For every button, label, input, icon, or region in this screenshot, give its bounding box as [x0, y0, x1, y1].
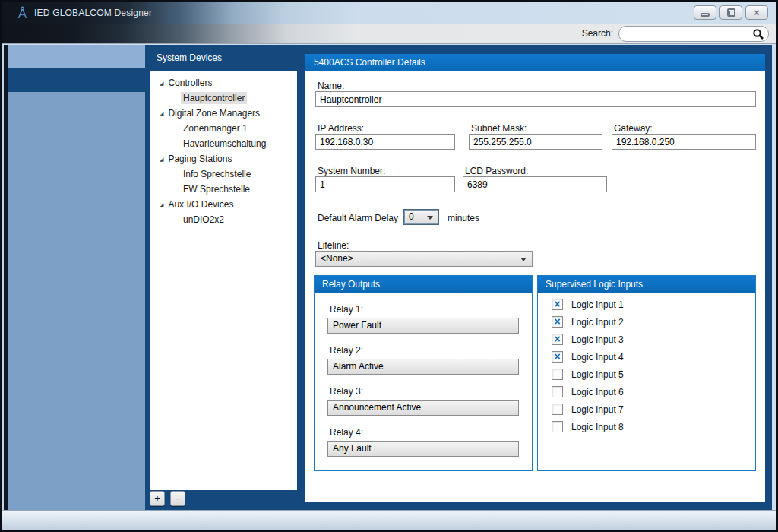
relay-label: Relay 4:: [330, 427, 519, 438]
close-icon: ×: [754, 6, 760, 19]
logic-input-row: × Logic Input 4: [552, 351, 755, 363]
ip-field[interactable]: [315, 134, 455, 150]
window-controls: ×: [694, 5, 768, 20]
logic-input-label[interactable]: Logic Input 8: [571, 422, 624, 432]
logic-input-row: × Logic Input 2: [552, 316, 755, 328]
relay-dropdown[interactable]: Any Fault: [327, 441, 519, 457]
search-box: [618, 26, 769, 42]
logic-input-row: Logic Input 5: [552, 369, 755, 380]
search-input[interactable]: [625, 27, 747, 40]
logic-input-label[interactable]: Logic Input 3: [571, 334, 624, 345]
window-footer: [2, 510, 776, 530]
tree-item-row[interactable]: Info Sprechstelle: [150, 166, 297, 182]
logic-input-checkbox[interactable]: ×: [552, 351, 563, 363]
sidebar-item[interactable]: [8, 186, 145, 210]
lcd-password-field[interactable]: [463, 176, 607, 192]
tree-group-label: Aux I/O Devices: [168, 199, 233, 210]
system-number-label: System Number:: [318, 166, 385, 176]
lifeline-value: <None>: [321, 253, 353, 264]
tree-expander-icon[interactable]: ◢: [160, 198, 163, 213]
logic-input-label[interactable]: Logic Input 4: [571, 352, 624, 363]
logic-input-checkbox[interactable]: [552, 421, 563, 432]
tree-item-row[interactable]: Zonenmanger 1: [150, 121, 297, 136]
sidebar-item[interactable]: [8, 257, 145, 280]
tree-group-row[interactable]: ◢Aux I/O Devices: [150, 197, 297, 212]
logic-input-label[interactable]: Logic Input 1: [571, 299, 624, 310]
sidebar-item[interactable]: [8, 116, 145, 139]
sidebar-item[interactable]: [8, 210, 145, 233]
minimize-icon: [701, 13, 710, 17]
relay-outputs-header: Relay Outputs: [315, 276, 532, 293]
details-area: 5400ACS Controller Details Name: IP Addr…: [305, 45, 772, 510]
tree-group-label: Paging Stations: [168, 154, 232, 164]
close-button[interactable]: ×: [745, 5, 768, 20]
ip-label: IP Address:: [318, 123, 364, 134]
logic-input-checkbox[interactable]: ×: [552, 316, 563, 328]
relay-dropdown[interactable]: Power Fault: [327, 318, 519, 334]
tree-item-row[interactable]: unDIO2x2: [150, 212, 297, 227]
sidebar-item[interactable]: [8, 233, 145, 257]
sidebar: [8, 45, 145, 510]
add-device-button[interactable]: +: [150, 491, 165, 506]
relay-dropdown[interactable]: Alarm Active: [327, 359, 519, 375]
logic-input-row: Logic Input 8: [552, 421, 755, 432]
name-label: Name:: [318, 81, 344, 91]
tree-item-row[interactable]: Havarieumschaltung: [150, 136, 297, 151]
dropdown-arrow-icon: [427, 216, 433, 220]
relay-value: Alarm Active: [333, 361, 384, 372]
alarm-delay-suffix: minutes: [448, 213, 479, 223]
system-number-field[interactable]: [315, 176, 455, 192]
sidebar-item[interactable]: [8, 163, 145, 186]
lcd-password-label: LCD Password:: [465, 166, 528, 176]
logic-input-label[interactable]: Logic Input 2: [571, 317, 624, 328]
logic-input-row: Logic Input 6: [552, 386, 755, 397]
remove-device-button[interactable]: -: [170, 491, 185, 506]
search-area: Search:: [582, 26, 769, 42]
content-area: System Devices ◢ControllersHauptcontroll…: [2, 45, 776, 510]
tree-group-row[interactable]: ◢Digital Zone Managers: [150, 106, 297, 121]
controller-details-card: 5400ACS Controller Details Name: IP Addr…: [305, 54, 765, 502]
sidebar-item[interactable]: [8, 45, 145, 68]
logic-input-label[interactable]: Logic Input 5: [571, 369, 624, 380]
gateway-label: Gateway:: [614, 123, 653, 134]
lifeline-dropdown[interactable]: <None>: [315, 251, 533, 267]
relay-value: Power Fault: [333, 320, 381, 331]
relay-outputs-group: Relay Outputs Relay 1: Power Fault Relay…: [314, 275, 533, 471]
tree-group-row[interactable]: ◢Paging Stations: [150, 151, 297, 166]
sidebar-item[interactable]: [8, 139, 145, 163]
tree-expander-icon[interactable]: ◢: [160, 106, 163, 122]
logic-input-label[interactable]: Logic Input 6: [571, 387, 624, 397]
tree-expander-icon[interactable]: ◢: [160, 152, 163, 167]
logic-input-checkbox[interactable]: ×: [552, 299, 563, 310]
subnet-field[interactable]: [469, 134, 602, 150]
relay-row: Relay 1: Power Fault: [327, 304, 519, 334]
maximize-button[interactable]: [719, 5, 742, 20]
sidebar-item[interactable]: [8, 92, 145, 116]
sidebar-item[interactable]: [8, 68, 145, 92]
logic-input-checkbox[interactable]: [552, 404, 563, 415]
relay-row: Relay 3: Announcement Active: [327, 386, 519, 416]
gateway-field[interactable]: [612, 134, 756, 150]
minimize-button[interactable]: [694, 5, 716, 20]
tree-expander-icon[interactable]: ◢: [160, 76, 163, 91]
window-title: IED GLOBALCOM Designer: [34, 8, 152, 18]
relay-dropdown[interactable]: Announcement Active: [327, 400, 519, 416]
devices-panel-title: System Devices: [145, 45, 305, 63]
tree-item-label: Hauptcontroller: [181, 92, 247, 104]
logic-input-checkbox[interactable]: [552, 386, 563, 397]
tree-item-label: Zonenmanger 1: [181, 122, 250, 135]
search-icon[interactable]: [752, 28, 764, 40]
details-body: Name: IP Address: Subnet Mask: Gateway: …: [305, 71, 765, 502]
tree-actions: + -: [150, 491, 185, 506]
logic-input-checkbox[interactable]: [552, 369, 563, 380]
logic-input-label[interactable]: Logic Input 7: [571, 404, 624, 415]
tree-group-row[interactable]: ◢Controllers: [150, 75, 297, 90]
search-label: Search:: [582, 28, 613, 39]
devices-panel: System Devices ◢ControllersHauptcontroll…: [145, 45, 305, 510]
tree-item-row[interactable]: Hauptcontroller: [150, 90, 297, 106]
logic-input-checkbox[interactable]: ×: [552, 334, 563, 345]
name-field[interactable]: [315, 91, 756, 107]
tree-item-row[interactable]: FW Sprechstelle: [150, 182, 297, 197]
alarm-delay-dropdown[interactable]: 0: [403, 209, 439, 225]
lifeline-label: Lifeline:: [318, 240, 349, 251]
